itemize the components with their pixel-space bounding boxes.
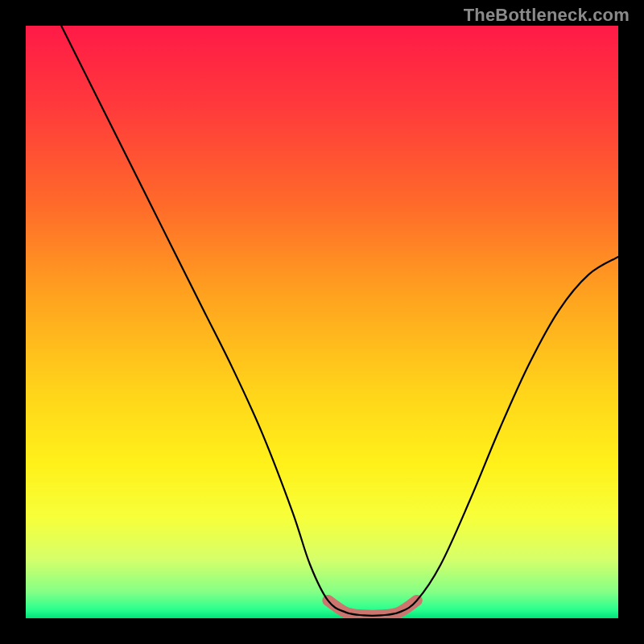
watermark-label: TheBottleneck.com bbox=[464, 5, 630, 26]
gradient-background bbox=[26, 26, 618, 618]
chart-canvas bbox=[26, 26, 618, 618]
plot-area bbox=[26, 26, 618, 618]
chart-frame: TheBottleneck.com bbox=[0, 0, 644, 644]
